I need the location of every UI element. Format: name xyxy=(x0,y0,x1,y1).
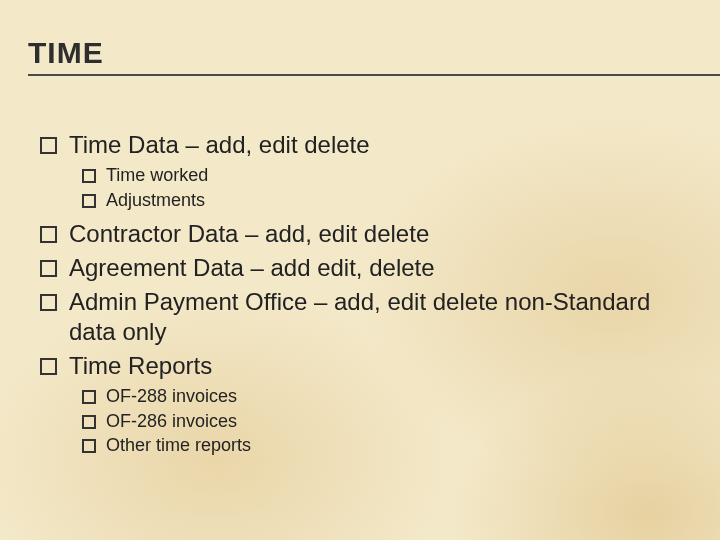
square-bullet-icon xyxy=(40,294,57,311)
slide-title: TIME xyxy=(28,36,720,70)
list-item-label: Adjustments xyxy=(106,189,690,212)
slide-body: Time Data – add, edit delete Time worked… xyxy=(40,130,690,459)
list-item: Admin Payment Office – add, edit delete … xyxy=(40,287,690,347)
square-bullet-icon xyxy=(40,260,57,277)
list-item-label: Other time reports xyxy=(106,434,690,457)
square-bullet-icon xyxy=(40,137,57,154)
list-item-label: Time Data – add, edit delete xyxy=(69,130,690,160)
slide: TIME Time Data – add, edit delete Time w… xyxy=(0,0,720,540)
list-item: Agreement Data – add edit, delete xyxy=(40,253,690,283)
square-bullet-icon xyxy=(82,415,96,429)
list-item-label: OF-286 invoices xyxy=(106,410,690,433)
list-item-label: Agreement Data – add edit, delete xyxy=(69,253,690,283)
title-underline xyxy=(28,74,720,76)
square-bullet-icon xyxy=(40,226,57,243)
list-item-label: Time worked xyxy=(106,164,690,187)
square-bullet-icon xyxy=(82,194,96,208)
list-item-label: OF-288 invoices xyxy=(106,385,690,408)
list-item-label: Time Reports xyxy=(69,351,690,381)
list-item: Time Reports xyxy=(40,351,690,381)
list-item: Contractor Data – add, edit delete xyxy=(40,219,690,249)
list-item: OF-286 invoices xyxy=(82,410,690,433)
square-bullet-icon xyxy=(40,358,57,375)
list-item-label: Contractor Data – add, edit delete xyxy=(69,219,690,249)
list-item: Other time reports xyxy=(82,434,690,457)
square-bullet-icon xyxy=(82,390,96,404)
list-item: OF-288 invoices xyxy=(82,385,690,408)
list-item: Time Data – add, edit delete xyxy=(40,130,690,160)
square-bullet-icon xyxy=(82,169,96,183)
list-item: Time worked xyxy=(82,164,690,187)
list-item: Adjustments xyxy=(82,189,690,212)
square-bullet-icon xyxy=(82,439,96,453)
title-block: TIME xyxy=(28,36,720,76)
list-item-label: Admin Payment Office – add, edit delete … xyxy=(69,287,690,347)
